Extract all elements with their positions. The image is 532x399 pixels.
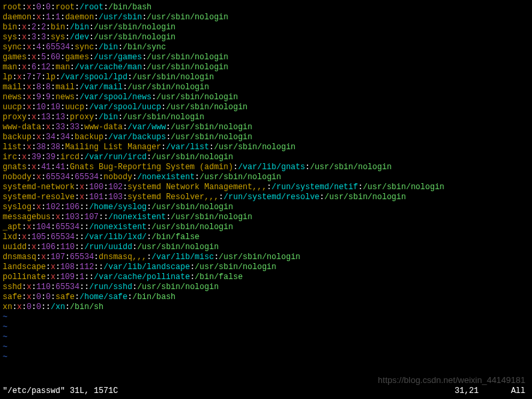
passwd-line: safe:x:0:0:safe:/home/safe:/bin/bash: [3, 292, 529, 302]
tilde-line: ~: [3, 322, 529, 332]
file-content: root:x:0:0:root:/root:/bin/bashdaemon:x:…: [3, 3, 529, 312]
passwd-line: systemd-network:x:100:102:systemd Networ…: [3, 183, 529, 193]
passwd-line: daemon:x:1:1:daemon:/usr/sbin:/usr/sbin/…: [3, 13, 529, 23]
passwd-line: pollinate:x:109:1::/var/cache/pollinate:…: [3, 272, 529, 282]
tilde-line: ~: [3, 342, 529, 352]
passwd-line: gnats:x:41:41:Gnats Bug-Reporting System…: [3, 163, 529, 173]
passwd-line: bin:x:2:2:bin:/bin:/usr/sbin/nologin: [3, 23, 529, 33]
passwd-line: games:x:5:60:games:/usr/games:/usr/sbin/…: [3, 53, 529, 63]
passwd-line: lp:x:7:7:lp:/var/spool/lpd:/usr/sbin/nol…: [3, 73, 529, 83]
passwd-line: systemd-resolve:x:101:103:systemd Resolv…: [3, 193, 529, 202]
passwd-line: irc:x:39:39:ircd:/var/run/ircd:/usr/sbin…: [3, 153, 529, 163]
passwd-line: sshd:x:110:65534::/run/sshd:/usr/sbin/no…: [3, 282, 529, 292]
passwd-line: mail:x:8:8:mail:/var/mail:/usr/sbin/nolo…: [3, 83, 529, 93]
passwd-line: _apt:x:104:65534::/nonexistent:/usr/sbin…: [3, 222, 529, 232]
passwd-line: man:x:6:12:man:/var/cache/man:/usr/sbin/…: [3, 63, 529, 73]
vim-scroll-mode: All: [511, 386, 525, 396]
passwd-line: messagebus:x:103:107::/nonexistent:/usr/…: [3, 212, 529, 222]
passwd-line: proxy:x:13:13:proxy:/bin:/usr/sbin/nolog…: [3, 113, 529, 123]
passwd-line: nobody:x:65534:65534:nobody:/nonexistent…: [3, 173, 529, 183]
passwd-line: sync:x:4:65534:sync:/bin:/bin/sync: [3, 43, 529, 53]
passwd-line: syslog:x:102:106::/home/syslog:/usr/sbin…: [3, 202, 529, 212]
vim-status-bar: "/etc/passwd" 31L, 1571C: [3, 386, 118, 396]
empty-lines: ~~~~~: [3, 312, 529, 362]
passwd-line: root:x:0:0:root:/root:/bin/bash: [3, 3, 529, 13]
passwd-line: xn:x:0:0::/xn:/bin/sh: [3, 302, 529, 312]
passwd-line: www-data:x:33:33:www-data:/var/www:/usr/…: [3, 123, 529, 133]
passwd-line: sys:x:3:3:sys:/dev:/usr/sbin/nologin: [3, 33, 529, 43]
passwd-line: backup:x:34:34:backup:/var/backups:/usr/…: [3, 133, 529, 143]
vim-cursor-position: 31,21: [455, 386, 479, 396]
passwd-line: list:x:38:38:Mailing List Manager:/var/l…: [3, 143, 529, 153]
passwd-line: lxd:x:105:65534::/var/lib/lxd/:/bin/fals…: [3, 232, 529, 242]
passwd-line: news:x:9:9:news:/var/spool/news:/usr/sbi…: [3, 93, 529, 103]
tilde-line: ~: [3, 312, 529, 322]
tilde-line: ~: [3, 352, 529, 362]
watermark-text: https://blog.csdn.net/weixin_44149181: [378, 375, 525, 386]
passwd-line: uucp:x:10:10:uucp:/var/spool/uucp:/usr/s…: [3, 103, 529, 113]
passwd-line: uuidd:x:106:110::/run/uuidd:/usr/sbin/no…: [3, 242, 529, 252]
tilde-line: ~: [3, 332, 529, 342]
passwd-line: landscape:x:108:112::/var/lib/landscape:…: [3, 262, 529, 272]
passwd-line: dnsmasq:x:107:65534:dnsmasq,,,:/var/lib/…: [3, 252, 529, 262]
